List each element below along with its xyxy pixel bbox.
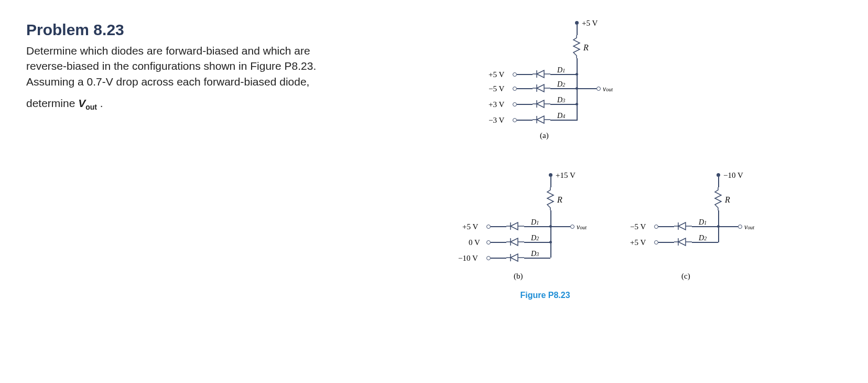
dsub: 2 bbox=[536, 236, 539, 241]
wire bbox=[491, 242, 506, 243]
diode-label-a1: D1 bbox=[557, 66, 565, 75]
wire bbox=[577, 74, 578, 121]
supply-node-b bbox=[549, 173, 552, 177]
wire bbox=[658, 226, 674, 227]
input-terminal-a2 bbox=[513, 87, 517, 91]
dsub: 2 bbox=[704, 236, 707, 241]
wire bbox=[718, 210, 719, 226]
resistor-a bbox=[572, 35, 583, 60]
diode-b2 bbox=[506, 238, 527, 248]
wire bbox=[517, 74, 533, 75]
vout-sub: out bbox=[606, 87, 613, 92]
input-voltage-b2: 0 V bbox=[469, 238, 480, 247]
vout-terminal-a bbox=[596, 87, 601, 91]
wire bbox=[577, 25, 578, 35]
diode-label-b3: D3 bbox=[531, 250, 539, 258]
input-terminal-a4 bbox=[513, 118, 517, 122]
input-terminal-b1 bbox=[486, 225, 491, 229]
input-voltage-c1: −5 V bbox=[630, 222, 646, 231]
prompt-line3: Assuming a 0.7-V drop across each forwar… bbox=[26, 76, 309, 88]
vout-terminal-c bbox=[738, 225, 742, 229]
prompt-line4-suffix: . bbox=[100, 97, 103, 109]
wire bbox=[517, 88, 533, 89]
wire bbox=[517, 104, 533, 105]
input-terminal-b2 bbox=[486, 240, 491, 244]
node bbox=[576, 87, 578, 90]
resistor-label-c: R bbox=[725, 195, 730, 205]
prompt-line4-prefix: determine bbox=[26, 97, 78, 109]
wire bbox=[718, 226, 719, 242]
wire bbox=[491, 226, 506, 227]
diode-a4 bbox=[533, 115, 554, 126]
supply-label-b: +15 V bbox=[556, 171, 576, 180]
supply-label-c: −10 V bbox=[723, 171, 743, 180]
d: D bbox=[557, 66, 562, 74]
node bbox=[576, 73, 578, 76]
supply-node-a bbox=[575, 21, 579, 25]
input-terminal-a1 bbox=[513, 72, 517, 77]
diode-label-c1: D1 bbox=[699, 218, 707, 227]
diode-b1 bbox=[506, 222, 527, 232]
dsub: 3 bbox=[562, 98, 565, 103]
wire bbox=[550, 226, 570, 227]
diode-b3 bbox=[506, 253, 527, 264]
d: D bbox=[531, 218, 536, 226]
resistor-b bbox=[546, 187, 557, 212]
wire bbox=[517, 120, 533, 121]
diode-a3 bbox=[533, 100, 554, 110]
node bbox=[549, 241, 552, 243]
supply-label-a: +5 V bbox=[582, 19, 598, 28]
diode-c2 bbox=[674, 238, 695, 248]
dsub: 4 bbox=[562, 113, 565, 119]
vout-label-a: vout bbox=[603, 85, 613, 93]
wire bbox=[577, 88, 596, 89]
wire bbox=[491, 258, 506, 259]
input-voltage-a1: +5 V bbox=[489, 70, 504, 79]
prompt-line2: reverse-biased in the configurations sho… bbox=[26, 60, 316, 72]
part-label-a: (a) bbox=[540, 131, 549, 140]
d: D bbox=[699, 218, 704, 226]
input-voltage-c2: +5 V bbox=[630, 238, 646, 247]
diode-label-b1: D1 bbox=[531, 218, 539, 227]
wire bbox=[718, 226, 738, 227]
d: D bbox=[557, 80, 562, 88]
diode-label-a3: D3 bbox=[557, 96, 565, 104]
input-voltage-a4: −3 V bbox=[489, 116, 504, 125]
figure-caption: Figure P8.23 bbox=[493, 291, 598, 300]
problem-title: Problem 8.23 bbox=[26, 21, 393, 39]
wire bbox=[718, 177, 719, 187]
input-terminal-c2 bbox=[654, 240, 658, 244]
diode-label-c2: D2 bbox=[699, 234, 707, 242]
circuit-b: +15 V R vout +5 V D1 0 V D2 −10 V bbox=[446, 173, 603, 299]
d: D bbox=[557, 112, 562, 120]
wire bbox=[577, 58, 578, 74]
resistor-label-b: R bbox=[557, 195, 562, 205]
vout-sub: out bbox=[747, 225, 754, 230]
diode-a1 bbox=[533, 70, 554, 80]
input-voltage-b3: −10 V bbox=[458, 254, 478, 263]
vout-sub: out bbox=[580, 225, 587, 230]
circuit-c: −10 V R vout −5 V D1 +5 V D2 (c) bbox=[613, 173, 771, 299]
dsub: 1 bbox=[536, 220, 539, 226]
d: D bbox=[531, 234, 536, 242]
vout-label-b: vout bbox=[577, 223, 587, 231]
vout-subscript: out bbox=[85, 103, 97, 111]
node bbox=[717, 225, 720, 228]
part-label-c: (c) bbox=[681, 272, 690, 281]
d: D bbox=[531, 250, 536, 258]
dsub: 3 bbox=[536, 251, 539, 257]
diode-label-b2: D2 bbox=[531, 234, 539, 242]
d: D bbox=[699, 234, 704, 242]
vout-label-c: vout bbox=[744, 223, 754, 231]
input-voltage-a2: −5 V bbox=[489, 84, 504, 93]
input-terminal-b3 bbox=[486, 256, 491, 260]
input-voltage-b1: +5 V bbox=[462, 222, 478, 231]
dsub: 1 bbox=[562, 68, 565, 73]
vout-terminal-b bbox=[570, 225, 574, 229]
wire bbox=[550, 177, 551, 187]
dsub: 2 bbox=[562, 82, 565, 88]
wire bbox=[658, 242, 674, 243]
d: D bbox=[557, 96, 562, 104]
node bbox=[549, 225, 552, 228]
circuit-a: +5 V R vout +5 V D1 −5 V D2 +3 bbox=[472, 21, 629, 157]
